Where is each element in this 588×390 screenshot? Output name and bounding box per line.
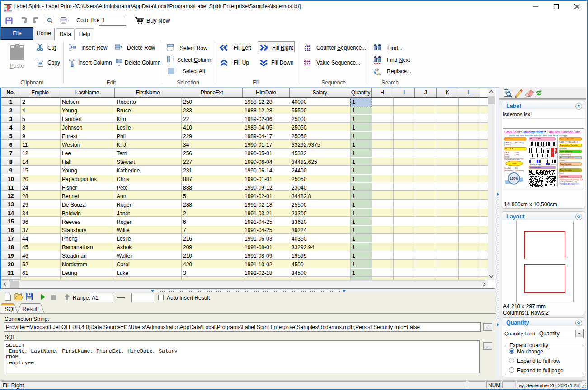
- svg-text:build the best barcode label i: build the best barcode label in less tim…: [509, 134, 567, 137]
- svg-text:Function: Function: [560, 175, 568, 177]
- svg-text:[Time]: [Time]: [559, 172, 564, 174]
- svg-text:212: 212: [305, 47, 311, 51]
- svg-text:[Count#]: [Count#]: [504, 144, 510, 146]
- svg-text:12ab5 ←6789a: 12ab5 ←6789a: [530, 164, 541, 166]
- svg-text:[Time]: [Time]: [515, 154, 519, 156]
- svg-text:Ordinary Printer: Ordinary Printer: [523, 130, 545, 134]
- svg-text:Date & Time: Date & Time: [505, 148, 516, 150]
- svg-text:[FORMATDATETIME(‘YYYY-: [FORMATDATETIME(‘YYYY-: [559, 183, 580, 185]
- svg-text:Barcode 1D: Barcode 1D: [530, 138, 541, 140]
- svg-text:Data: Data: [512, 162, 517, 165]
- svg-text:[LABEL#]: [LABEL#]: [504, 142, 511, 144]
- svg-text:ac: ac: [376, 71, 381, 75]
- svg-text:12358: 12358: [551, 164, 555, 166]
- svg-text:System Variable: System Variable: [560, 138, 574, 140]
- svg-text:[Date]: [Date]: [515, 152, 519, 153]
- svg-text:[FORMATDATETIME(‘YYY: [FORMATDATETIME(‘YYY: [504, 158, 524, 160]
- svg-text:[Email]: [Email]: [559, 166, 564, 168]
- svg-text:[ItemNo]: [ItemNo]: [504, 167, 510, 169]
- svg-text:Data Variable: Data Variable: [560, 163, 572, 165]
- svg-text:[FullName]: [FullName]: [559, 148, 567, 149]
- svg-text:0123456 78901: 0123456 78901: [535, 146, 546, 148]
- svg-text:Label Spirit: Label Spirit: [504, 130, 520, 134]
- svg-text:[RECORD#]: [RECORD#]: [515, 142, 523, 144]
- svg-text:Result: Result: [22, 306, 39, 312]
- svg-text:[TIME]: [TIME]: [504, 154, 509, 156]
- svg-text:P: P: [7, 4, 11, 12]
- svg-text:Counter Variable: Counter Variable: [560, 157, 575, 159]
- svg-text:[Keyboard Input]: [Keyboard Input]: [559, 154, 571, 156]
- svg-text:[LABEL#][TOTALLABELS]: [LABEL#][TOTALLABELS]: [559, 141, 578, 143]
- svg-text:Expression Variable: Expression Variable: [560, 144, 578, 146]
- svg-text:[FirstName]+‘ ‘+[LastName]: [FirstName]+‘ ‘+[LastName]: [504, 170, 524, 172]
- svg-text:1234 5670: 1234 5670: [541, 158, 548, 159]
- svg-text:Counter: Counter: [505, 138, 513, 140]
- svg-text:Time Variable: Time Variable: [560, 169, 572, 171]
- svg-text:Form Variable: Form Variable: [560, 150, 573, 153]
- svg-text:[NOW]: [NOW]: [504, 156, 509, 158]
- svg-text:s: s: [5, 7, 6, 12]
- svg-text:[IIf([Salary]<40000,[Salary]*1: [IIf([Salary]<40000,[Salary]*1.1,[S: [559, 179, 583, 181]
- svg-text:[Count#]: [Count#]: [559, 160, 565, 162]
- svg-text:Barcode 2D: Barcode 2D: [530, 166, 541, 168]
- svg-text:SQL: SQL: [5, 306, 16, 312]
- svg-text:The Best Barcode Labe: The Best Barcode Labe: [549, 130, 580, 134]
- svg-text:2.12: 2.12: [304, 62, 311, 66]
- svg-text:01234567: 01234567: [529, 158, 536, 159]
- svg-text:[DATE]: [DATE]: [504, 152, 509, 153]
- svg-text:[COPY([LastName],1,4)]: [COPY([LastName],1,4)]: [559, 181, 576, 183]
- svg-text:[EA]: [EA]: [515, 167, 518, 169]
- svg-text:12345: 12345: [546, 148, 550, 150]
- svg-text:100%: 100%: [510, 176, 518, 181]
